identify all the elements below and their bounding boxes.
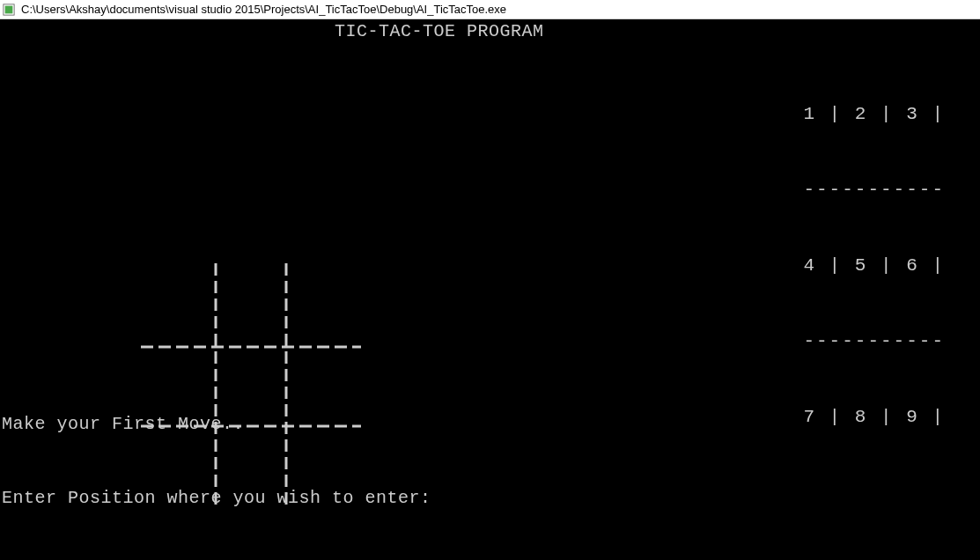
program-heading: TIC-TAC-TOE PROGRAM xyxy=(335,19,544,43)
legend-separator: ----------- xyxy=(803,177,945,203)
prompt-line-1: Make your First Move.. xyxy=(2,412,431,437)
app-icon xyxy=(2,3,16,17)
console-area[interactable]: TIC-TAC-TOE PROGRAM 1 | 2 | 3 | --------… xyxy=(0,19,980,560)
svg-rect-1 xyxy=(5,5,13,13)
position-legend: 1 | 2 | 3 | ----------- 4 | 5 | 6 | ----… xyxy=(803,51,945,480)
input-prompt: Make your First Move.. Enter Position wh… xyxy=(2,363,431,560)
legend-row-1: 1 | 2 | 3 | xyxy=(803,101,945,127)
prompt-line-2: Enter Position where you wish to enter: xyxy=(2,486,431,511)
legend-row-3: 7 | 8 | 9 | xyxy=(803,404,945,430)
window-titlebar: C:\Users\Akshay\documents\visual studio … xyxy=(0,0,980,19)
legend-separator: ----------- xyxy=(803,328,945,354)
window-title: C:\Users\Akshay\documents\visual studio … xyxy=(21,3,506,16)
legend-row-2: 4 | 5 | 6 | xyxy=(803,253,945,278)
